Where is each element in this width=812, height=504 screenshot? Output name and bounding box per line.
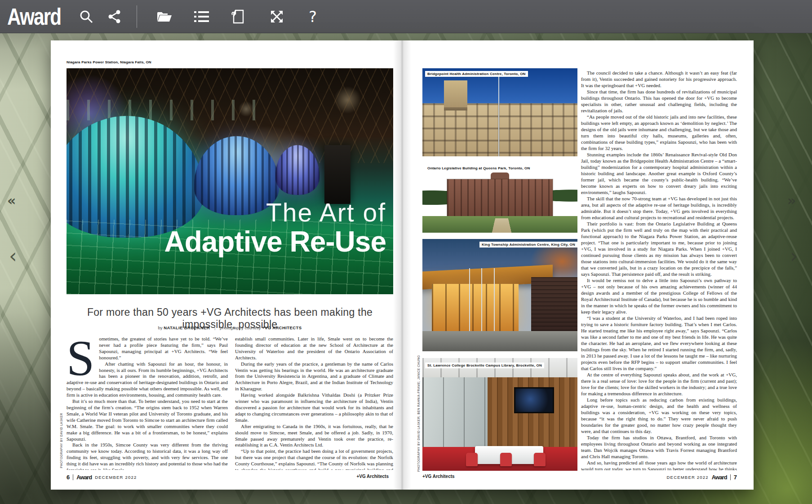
folder-icon: [156, 9, 173, 24]
first-page-button[interactable]: «: [7, 194, 16, 208]
byline-credit: photography courtesy: [220, 325, 261, 330]
footer-firm-label: +VG Architects: [356, 474, 389, 479]
award-logo: Award: [7, 2, 61, 31]
photo-art: [432, 284, 519, 331]
body-paragraph: After emigrating to Canada in the 1960s,…: [235, 424, 393, 449]
fullscreen-button[interactable]: [268, 8, 286, 26]
hero-machine-art: [324, 145, 351, 204]
article-title: The Art of Adaptive Re-Use: [164, 200, 386, 256]
body-paragraph: Long before topics such as reducing carb…: [581, 397, 737, 434]
page-gutter-shadow: [393, 40, 411, 490]
right-page-footer: DECEMBER 2022 Award 7: [422, 474, 737, 481]
footer-divider: [730, 474, 731, 480]
photo-credit-right-page: PHOTOGRAPHY BY DAVID LASKER; BEN RAHN/A-…: [417, 386, 420, 472]
byline-author: NATALIE BRUCKNER: [164, 325, 210, 330]
body-column-1: S ometimes, the greatest of stories have…: [67, 336, 228, 470]
body-paragraph: It would be remiss not to delve a little…: [581, 277, 737, 315]
body-paragraph: Having worked alongside Balkrishna Vitha…: [235, 392, 393, 424]
photo-art: [422, 377, 488, 447]
body-paragraph: Since that time, the firm has done hundr…: [581, 88, 737, 114]
photo-caption: St. Lawrence College Brockville Campus L…: [425, 363, 544, 368]
article-byline: by NATALIE BRUCKNER | photography courte…: [67, 325, 393, 330]
body-paragraph: The skill that the now 70-strong team at…: [581, 195, 737, 221]
hero-windows-art: [67, 100, 256, 120]
last-page-button[interactable]: »: [787, 194, 796, 208]
byline-by: by: [158, 325, 163, 330]
left-page-footer-firm: +VG Architects: [51, 474, 393, 479]
search-button[interactable]: [77, 8, 95, 26]
search-icon: [79, 9, 94, 24]
body-paragraph: Stunning examples include the 1860s’ Ren…: [581, 151, 737, 195]
body-paragraph: The council decided to take a chance. Al…: [581, 70, 737, 88]
photo-art: [500, 453, 512, 466]
open-publication-button[interactable]: [155, 8, 173, 26]
photo-art: [466, 453, 478, 466]
body-paragraph: But it’s so much more than that. To bett…: [67, 398, 228, 442]
photo-ontario-legislative: Ontario Legislative Building at Queens P…: [422, 163, 577, 233]
body-paragraph: At the centre of everything Sapounzi spe…: [581, 371, 737, 397]
pdf-document-icon: [231, 9, 245, 24]
photo-art: [444, 80, 467, 111]
photo-st-lawrence-library: St. Lawrence College Brockville Campus L…: [422, 358, 577, 471]
photo-king-township: King Township Administration Centre, Kin…: [422, 239, 577, 351]
photo-credit-left-page: PHOTOGRAPHY BY DAVID LASKER: [60, 360, 63, 468]
photo-art: [492, 218, 511, 233]
list-icon: [194, 10, 209, 23]
body-paragraph: During the early years of the practice, …: [235, 361, 393, 393]
next-page-button[interactable]: ›: [790, 246, 798, 266]
byline-separator: |: [214, 325, 215, 330]
share-button[interactable]: [105, 8, 123, 26]
photo-art: [534, 453, 546, 466]
share-icon: [107, 9, 121, 24]
photo-art: [422, 331, 577, 351]
body-column-2: establish small communities. Later in li…: [235, 336, 393, 470]
body-paragraph: “Up to that point, the practice had been…: [235, 448, 393, 470]
article-title-line1: The Art of: [164, 200, 386, 225]
byline-credit-name: +VG ARCHITECTS: [262, 325, 302, 330]
body-paragraph: Back in the 1950s, Simcoe County was ver…: [67, 442, 228, 470]
fullscreen-icon: [269, 9, 284, 24]
photo-bridgepoint: Bridgepoint Health Administration Centre…: [422, 68, 577, 156]
footer-issue-date: DECEMBER 2022: [667, 475, 709, 480]
photo-art: [494, 268, 495, 331]
photo-caption: Bridgepoint Health Administration Centre…: [425, 71, 528, 77]
article-title-line2: Adaptive Re-Use: [164, 227, 386, 256]
body-paragraph: Today the firm has studios in Ottawa, Br…: [581, 434, 737, 460]
drop-cap: S: [67, 336, 99, 377]
help-button[interactable]: ?: [304, 8, 322, 26]
magazine-spread: Niagara Parks Power Station, Niagara Fal…: [51, 40, 754, 490]
hero-photo-niagara-power-station: The Art of Adaptive Re-Use: [67, 68, 393, 294]
body-paragraph: Their portfolio is vast: from the Ontari…: [581, 221, 737, 277]
photo-art: [515, 389, 553, 412]
hero-photo-caption: Niagara Parks Power Station, Niagara Fal…: [67, 60, 151, 64]
previous-page-button[interactable]: ‹: [9, 246, 17, 266]
page-number: 7: [734, 474, 737, 481]
photo-caption: Ontario Legislative Building at Queens P…: [425, 165, 532, 171]
body-paragraph: establish small communities. Later in li…: [235, 336, 393, 361]
body-paragraph: And so, having predicted all those years…: [581, 460, 737, 470]
photo-art: [531, 277, 578, 331]
photo-caption: King Township Administration Centre, Kin…: [479, 242, 577, 248]
help-icon: ?: [309, 8, 317, 26]
photo-art: [481, 268, 482, 331]
viewer-toolbar: Award: [0, 0, 812, 33]
body-paragraph: “As people moved out of the old historic…: [581, 114, 737, 151]
footer-magazine-logo: Award: [712, 474, 727, 481]
photo-art: [422, 103, 577, 156]
toc-button[interactable]: [192, 8, 210, 26]
photo-art: [498, 75, 499, 156]
body-column-3: The council decided to take a chance. Al…: [581, 70, 737, 470]
body-paragraph: “I was a student at the University of Wa…: [581, 315, 737, 371]
toolbar-divider: [137, 5, 137, 28]
photo-art: [469, 268, 470, 331]
photo-art: [447, 179, 553, 216]
download-pdf-button[interactable]: [229, 8, 247, 26]
